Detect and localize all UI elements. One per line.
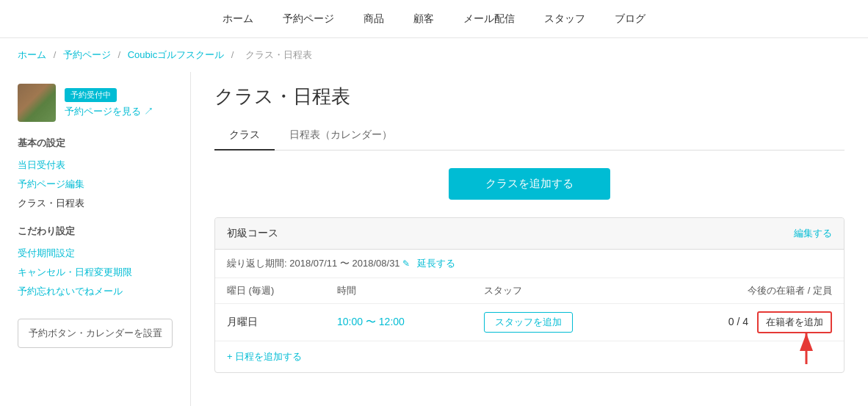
nav-blog[interactable]: ブログ xyxy=(600,12,660,26)
breadcrumb: ホーム / 予約ページ / Coubicゴルフスクール / クラス・日程表 xyxy=(0,38,868,72)
table-row: 月曜日 10:00 〜 12:00 スタッフを追加 0 / 4 xyxy=(215,304,844,341)
breadcrumb-current: クラス・日程表 xyxy=(245,49,312,60)
breadcrumb-sep2: / xyxy=(117,49,123,60)
sidebar-item-edit-page[interactable]: 予約ページ編集 xyxy=(18,175,173,194)
sidebar-item-daily[interactable]: 当日受付表 xyxy=(18,156,173,175)
capacity-max: 4 xyxy=(742,316,748,327)
capacity-info: 0 / 4 xyxy=(728,316,748,327)
extend-link[interactable]: 延長する xyxy=(417,258,455,269)
schedule-time: 10:00 〜 12:00 xyxy=(325,304,472,341)
sidebar: 予約受付中 予約ページを見る 基本の設定 当日受付表 予約ページ編集 クラス・日… xyxy=(0,72,191,406)
col-header-time: 時間 xyxy=(325,278,472,304)
add-member-button[interactable]: 在籍者を追加 xyxy=(757,311,832,333)
main-content: クラス・日程表 クラス 日程表（カレンダー） クラスを追加する 初級コース 編集… xyxy=(191,72,868,406)
add-member-container: 在籍者を追加 xyxy=(757,311,832,333)
add-schedule-link[interactable]: + 日程を追加する xyxy=(215,341,844,372)
tab-class[interactable]: クラス xyxy=(214,121,275,151)
sidebar-item-class-schedule[interactable]: クラス・日程表 xyxy=(18,194,173,213)
breadcrumb-coubic[interactable]: Coubicゴルフスクール xyxy=(128,49,224,60)
period-value: 2018/07/11 〜 2018/08/31 xyxy=(289,258,399,269)
course-period: 繰り返し期間: 2018/07/11 〜 2018/08/31 ✎ 延長する xyxy=(215,250,844,278)
breadcrumb-reservation[interactable]: 予約ページ xyxy=(63,49,111,60)
page-title: クラス・日程表 xyxy=(214,84,845,109)
col-header-capacity: 今後の在籍者 / 定員 xyxy=(634,278,844,304)
status-badge: 予約受付中 xyxy=(65,88,117,102)
course-name: 初級コース xyxy=(227,227,278,240)
schedule-staff: スタッフを追加 xyxy=(472,304,634,341)
time-link[interactable]: 10:00 〜 12:00 xyxy=(337,316,405,327)
breadcrumb-sep1: / xyxy=(54,49,59,60)
schedule-capacity: 0 / 4 在籍者を追加 xyxy=(634,304,844,341)
schedule-table: 曜日 (毎週) 時間 スタッフ 今後の在籍者 / 定員 月曜日 10:00 〜 … xyxy=(215,278,844,341)
col-header-staff: スタッフ xyxy=(472,278,634,304)
breadcrumb-sep3: / xyxy=(231,49,236,60)
period-label: 繰り返し期間: xyxy=(227,258,287,269)
col-header-day: 曜日 (毎週) xyxy=(215,278,325,304)
add-staff-button[interactable]: スタッフを追加 xyxy=(484,312,573,333)
capacity-current: 0 xyxy=(728,316,734,327)
tabs: クラス 日程表（カレンダー） xyxy=(214,121,845,151)
view-page-link[interactable]: 予約ページを見る xyxy=(65,106,153,117)
main-layout: 予約受付中 予約ページを見る 基本の設定 当日受付表 予約ページ編集 クラス・日… xyxy=(0,72,868,406)
sidebar-profile: 予約受付中 予約ページを見る xyxy=(18,84,173,122)
nav-customers[interactable]: 顧客 xyxy=(399,12,449,26)
nav-products[interactable]: 商品 xyxy=(349,12,399,26)
basic-settings-title: 基本の設定 xyxy=(18,137,173,150)
add-class-button[interactable]: クラスを追加する xyxy=(449,168,610,200)
top-navigation: ホーム 予約ページ 商品 顧客 メール配信 スタッフ ブログ xyxy=(0,0,868,38)
calendar-button[interactable]: 予約ボタン・カレンダーを設置 xyxy=(18,319,173,348)
nav-reservation[interactable]: 予約ページ xyxy=(268,12,349,26)
breadcrumb-home[interactable]: ホーム xyxy=(18,49,46,60)
avatar xyxy=(18,84,56,122)
course-edit-link[interactable]: 編集する xyxy=(794,227,832,240)
nav-mail[interactable]: メール配信 xyxy=(449,12,529,26)
pencil-icon: ✎ xyxy=(402,258,410,269)
custom-settings-title: こだわり設定 xyxy=(18,225,173,238)
schedule-day: 月曜日 xyxy=(215,304,325,341)
tab-calendar[interactable]: 日程表（カレンダー） xyxy=(275,121,407,151)
nav-home[interactable]: ホーム xyxy=(208,12,268,26)
course-header: 初級コース 編集する xyxy=(215,218,844,250)
sidebar-item-reception[interactable]: 受付期間設定 xyxy=(18,244,173,263)
course-section: 初級コース 編集する 繰り返し期間: 2018/07/11 〜 2018/08/… xyxy=(214,217,845,373)
nav-staff[interactable]: スタッフ xyxy=(529,12,600,26)
sidebar-item-reminder[interactable]: 予約忘れないでねメール xyxy=(18,282,173,301)
sidebar-item-cancel[interactable]: キャンセル・日程変更期限 xyxy=(18,263,173,282)
